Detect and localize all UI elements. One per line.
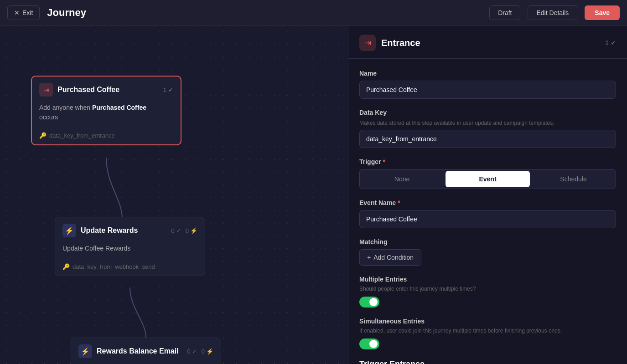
email-node[interactable]: ⚡ Rewards Balance Email 0 ✓ 0 ⚡ You Have… [71,338,221,364]
multiple-entries-label: Multiple Entries [359,276,616,283]
check-icon: ✓ [176,227,181,234]
event-name-input[interactable] [359,210,616,228]
data-key-input[interactable] [359,130,616,148]
entrance-node-header: ⇥ Purchased Coffee 1 ✓ [32,77,181,101]
bolt-icon-2: ⚡ [206,348,213,355]
main-content: ⇥ Purchased Coffee 1 ✓ Add anyone when P… [0,26,627,364]
entrance-badge: 1 ✓ [163,87,173,93]
entrance-data-key: data_key_from_entrance [49,132,115,139]
simultaneous-entries-knob [369,340,378,348]
trigger-required-star: * [383,158,385,165]
trigger-entrance-group: Trigger Entrance This entrance can be tr… [359,359,616,364]
action-title-row: ⚡ Update Rewards [62,224,171,237]
simultaneous-entries-hint: If enabled, user could join this journey… [359,328,616,334]
trigger-entrance-title: Trigger Entrance [359,359,616,364]
entrance-title-row: ⇥ Purchased Coffee [39,83,163,97]
key-icon: 🔑 [39,132,47,139]
trigger-tabs: None Event Schedule [359,169,616,189]
panel-badge-count: 1 [605,39,609,46]
email-stat1-value: 0 [187,348,191,355]
add-condition-button[interactable]: + Add Condition [359,249,421,266]
matching-form-group: Matching + Add Condition [359,238,616,266]
simultaneous-entries-group: Simultaneous Entries If enabled, user co… [359,318,616,349]
x-icon: ✕ [14,9,20,16]
app-title: Journey [47,7,482,19]
desc-event: Purchased Coffee [92,104,146,111]
data-key-hint: Makes data stored at this step available… [359,120,616,126]
desc-prefix: Add anyone when [39,104,90,111]
email-stat-1: 0 ✓ [187,348,197,355]
trigger-label: Trigger * [359,158,616,165]
action-node[interactable]: ⚡ Update Rewards 0 ✓ 0 ⚡ Update Coffee R… [55,217,205,276]
save-button[interactable]: Save [585,5,620,20]
name-label-text: Name [359,70,377,77]
exit-label: Exit [22,9,33,16]
simultaneous-entries-toggle[interactable] [359,338,379,349]
panel-entrance-icon: ⇥ [359,35,376,51]
entrance-badge-count: 1 [163,87,166,93]
bolt-icon: ⚡ [190,227,197,234]
topbar: ✕ Exit Journey Draft Edit Details Save [0,0,627,26]
check-icon-2: ✓ [192,348,197,355]
stat1-value: 0 [171,227,175,234]
event-name-form-group: Event Name * [359,199,616,228]
action-node-body: Update Coffee Rewards [55,242,205,260]
multiple-entries-group: Multiple Entries Should people enter thi… [359,276,616,308]
event-name-label-text: Event Name [359,199,396,206]
action-data-key: data_key_from_webhook_send [73,263,155,270]
email-stat-2: 0 ⚡ [202,348,213,355]
action-node-title: Update Rewards [81,226,138,235]
email-icon: ⚡ [78,344,92,358]
trigger-label-text: Trigger [359,158,381,165]
trigger-tab-none[interactable]: None [360,169,444,189]
multiple-entries-toggle[interactable] [359,297,379,308]
edit-details-button[interactable]: Edit Details [528,5,577,20]
data-key-label: Data Key [359,109,616,116]
name-input[interactable] [359,81,616,99]
add-condition-label: Add Condition [373,254,414,261]
panel-header-left: ⇥ Entrance [359,35,420,51]
event-name-label: Event Name * [359,199,616,206]
name-label: Name [359,70,616,77]
entrance-node[interactable]: ⇥ Purchased Coffee 1 ✓ Add anyone when P… [31,76,181,145]
panel-content: Name Data Key Makes data stored at this … [348,59,627,364]
key-icon-2: 🔑 [62,263,70,270]
entrance-node-footer: 🔑 data_key_from_entrance [32,128,181,144]
trigger-tab-schedule[interactable]: Schedule [531,169,616,189]
check-circle-icon: ✓ [168,87,173,93]
entrance-node-title: Purchased Coffee [57,86,119,94]
panel-check-icon: ✓ [611,39,616,46]
panel-header: ⇥ Entrance 1 ✓ [348,26,627,59]
panel-badge: 1 ✓ [605,39,616,46]
action-stats: 0 ✓ 0 ⚡ [171,227,197,234]
data-key-form-group: Data Key Makes data stored at this step … [359,109,616,148]
matching-label: Matching [359,238,616,246]
action-icon: ⚡ [62,224,76,237]
data-key-label-text: Data Key [359,109,387,116]
email-node-header: ⚡ Rewards Balance Email 0 ✓ 0 ⚡ [71,338,221,363]
action-desc: Update Coffee Rewards [62,245,130,252]
draft-button[interactable]: Draft [489,5,520,20]
stat2-value: 0 [186,227,189,234]
stat-1: 0 ✓ [171,227,181,234]
email-stats: 0 ✓ 0 ⚡ [187,348,213,355]
multiple-entries-hint: Should people enter this journey multipl… [359,286,616,292]
plus-icon: + [367,254,371,261]
entrance-icon: ⇥ [39,83,53,97]
event-name-required-star: * [398,199,400,206]
matching-label-text: Matching [359,238,387,246]
email-node-title: Rewards Balance Email [97,347,179,355]
email-title-row: ⚡ Rewards Balance Email [78,344,187,358]
trigger-tab-event[interactable]: Event [446,171,530,187]
canvas: ⇥ Purchased Coffee 1 ✓ Add anyone when P… [0,26,348,364]
exit-button[interactable]: ✕ Exit [7,5,40,20]
simultaneous-entries-label: Simultaneous Entries [359,318,616,325]
panel-title: Entrance [381,38,420,48]
trigger-form-group: Trigger * None Event Schedule [359,158,616,189]
email-stat2-value: 0 [202,348,205,355]
entrance-node-body: Add anyone when Purchased Coffee occurs [32,101,181,128]
stat-2: 0 ⚡ [186,227,197,234]
name-form-group: Name [359,70,616,99]
desc-suffix: occurs [39,113,58,121]
action-node-footer: 🔑 data_key_from_webhook_send [55,260,205,276]
